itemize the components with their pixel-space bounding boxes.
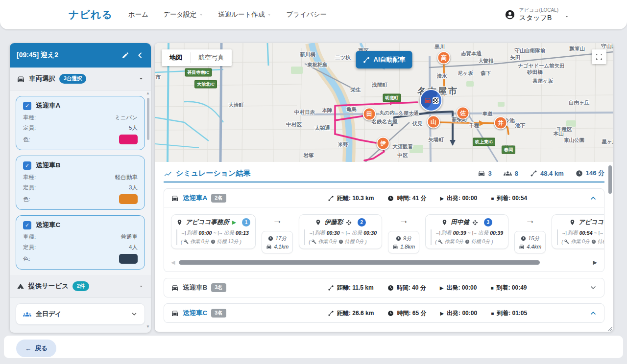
map-ic-badge: 大治北IC — [194, 80, 217, 89]
map-place-label: 車道 — [482, 111, 493, 117]
caret-down-icon — [138, 283, 144, 289]
map-place-label: 浅間町 — [372, 82, 387, 89]
leg-2: → 9分 1.8km — [388, 214, 419, 253]
row-depart: ▶出発: 00:00 — [440, 309, 477, 318]
nav-home[interactable]: ホーム — [128, 10, 148, 19]
map-stop-marker[interactable]: 井 — [494, 116, 507, 130]
play-icon: ▶ — [440, 311, 444, 316]
vehicle-b-row[interactable]: 送迎車B 3名 距離: 11.5 km 時間: 40 分 ▶出発: 00:00 … — [164, 278, 604, 297]
row-time: 時間: 65 分 — [387, 309, 426, 318]
map-place-label: 久屋大通 — [398, 110, 419, 117]
scroll-right-arrow[interactable]: ▶ — [593, 259, 597, 266]
satellite-view-button[interactable]: 航空写真 — [191, 49, 232, 66]
service-card-zennichi-day[interactable]: 全日デイ — [16, 303, 145, 325]
chevron-down-icon[interactable] — [589, 284, 597, 292]
checkbox-checked-icon[interactable]: ✓ — [23, 161, 31, 170]
hscroll-thumb[interactable] — [179, 260, 540, 265]
scroll-down-arrow[interactable]: ▼ — [146, 324, 150, 329]
arrive-icon: →] — [561, 230, 566, 235]
collapse-sidebar-icon[interactable] — [136, 51, 144, 59]
map-view-button[interactable]: 地図 — [162, 49, 190, 66]
chevron-up-icon[interactable] — [589, 309, 597, 317]
row-time: 時間: 40 分 — [387, 284, 426, 292]
route-a-horizontal-scrollbar[interactable]: ◀ ▶ — [171, 259, 597, 266]
map-place-label: 瓢箪山 — [569, 46, 585, 52]
user-menu[interactable]: アビココ(LOCAL) スタッフB — [505, 7, 569, 22]
user-texts: アビココ(LOCAL) スタッフB — [519, 7, 558, 22]
map-place-label: 亀島 — [347, 106, 357, 113]
leg-card: 17分 4.1km — [262, 231, 293, 253]
checkbox-checked-icon[interactable]: ✓ — [23, 102, 31, 110]
map-place-label: 本陣 — [322, 107, 333, 114]
map-place-label: 矢田 — [510, 54, 521, 61]
chevron-up-icon[interactable] — [589, 194, 597, 202]
wrench-icon — [184, 239, 189, 244]
row-depart: ▶出発: 00:00 — [440, 284, 477, 292]
main-nav: ホーム データ設定 送迎ルート作成 プライバシー — [128, 10, 327, 19]
map-place-label: 志賀本通 — [461, 50, 482, 57]
route-sidebar: [09:45] 迎え2 車両選択 3台選択 ✓ 送迎車A 車種:ミニバン 定員:… — [10, 43, 151, 333]
arrive-icon: →] — [435, 230, 440, 235]
vehicle-section-header[interactable]: 車両選択 3台選択 — [10, 68, 151, 91]
chart-icon — [164, 169, 172, 178]
vehicle-c-toggle[interactable]: ✓ 送迎車C — [23, 221, 138, 229]
vehicle-c-row[interactable]: 送迎車C 3名 距離: 26.6 km 時間: 65 分 ▶出発: 00:00 … — [164, 304, 604, 322]
row-distance: 距離: 10.3 km — [328, 194, 374, 203]
map-place-label: 中村区 — [286, 121, 302, 128]
fullscreen-icon — [595, 53, 603, 61]
scroll-left-arrow[interactable]: ◀ — [171, 259, 175, 266]
map-place-label: 中村日赤 — [294, 109, 315, 116]
map-stop-marker[interactable]: 山 — [427, 115, 440, 129]
map-stop-marker[interactable]: 高 — [437, 51, 451, 65]
drag-handle-icon[interactable] — [346, 220, 352, 226]
passenger-count-badge: 3名 — [211, 309, 226, 318]
depart-icon: [→ — [472, 230, 477, 235]
depot-marker[interactable] — [420, 89, 442, 112]
wrench-icon — [312, 239, 316, 244]
edit-icon[interactable] — [121, 51, 129, 59]
nav-privacy[interactable]: プライバシー — [286, 10, 327, 19]
ai-auto-dispatch-button[interactable]: AI自動配車 — [356, 51, 412, 68]
car-icon — [478, 169, 485, 177]
vehicle-a-toggle[interactable]: ✓ 送迎車A — [23, 101, 138, 110]
vehicle-b-toggle[interactable]: ✓ 送迎車B — [23, 161, 138, 170]
map-stop-marker[interactable]: 田 — [363, 108, 376, 121]
back-button[interactable]: ← 戻る — [16, 340, 56, 357]
caret-down-icon — [564, 14, 569, 19]
stop-card-1[interactable]: アビココ事務所 ▶ 1 →]到着00:00~[→出発00:13 (作業 0分待機… — [171, 214, 256, 249]
map-stop-marker[interactable]: 伊 — [377, 137, 390, 150]
vehicle-a-row[interactable]: 送迎車A 2名 距離: 10.3 km 時間: 41 分 ▶出発: 00:00 … — [164, 189, 604, 207]
clock-icon — [387, 195, 394, 202]
service-section-header[interactable]: 提供サービス 2件 — [10, 275, 151, 298]
summary-distance: 48.4 km — [530, 170, 564, 177]
nav-data-settings[interactable]: データ設定 — [163, 10, 203, 19]
sidebar-scrollbar[interactable]: ▲ ▼ — [145, 91, 150, 329]
people-icon — [23, 310, 31, 318]
stop-card-3[interactable]: 田中健 3 →]到着00:39~[→出発00:39 (作業 0分待機 0分) — [425, 214, 508, 249]
stop-number-badge: 2 — [358, 218, 366, 227]
resize-grip[interactable] — [606, 325, 613, 331]
user-org: アビココ(LOCAL) — [519, 7, 558, 14]
start-marker-icon: ▶ — [232, 219, 236, 226]
clock-icon — [268, 236, 273, 241]
map-canvas[interactable]: あま市甚目寺甚目寺新川橋二ツ杁東枇杷島西区黒川志賀本通守山自衛隊前瓢箪山守山区矢… — [155, 43, 613, 162]
fullscreen-button[interactable] — [592, 49, 606, 64]
stop-card-2[interactable]: 伊藤彩 2 →]到着00:30~[→出発00:30 (作業 0分待機 0分) — [299, 214, 382, 249]
results-vertical-scrollbar[interactable] — [608, 165, 612, 194]
scroll-up-arrow[interactable]: ▲ — [146, 91, 150, 95]
drag-handle-icon[interactable] — [472, 220, 478, 226]
vehicle-c-panel: 送迎車C 3名 距離: 26.6 km 時間: 65 分 ▶出発: 00:00 … — [164, 303, 604, 323]
depart-icon: [→ — [218, 230, 223, 235]
map-place-label: 守山区 — [601, 43, 613, 50]
checkbox-checked-icon[interactable]: ✓ — [23, 221, 31, 229]
results-header: シミュレーション結果 3 8 48.4 km 146 分 — [164, 167, 604, 182]
arrow-right-icon: → — [514, 215, 546, 225]
app-brand[interactable]: ナビれる — [69, 8, 113, 22]
play-icon: ▶ — [440, 196, 444, 201]
clock-icon — [591, 239, 596, 244]
arrive-icon: →] — [181, 230, 186, 235]
map-stop-marker[interactable]: 佐 — [457, 107, 470, 120]
scrollbar-thumb[interactable] — [147, 98, 149, 140]
stop-card-4[interactable]: アビココ事務所 ■ →]到着00:54~[→出発 (作業 0分待機 0分) — [552, 214, 604, 249]
nav-route-create[interactable]: 送迎ルート作成 — [218, 10, 271, 19]
